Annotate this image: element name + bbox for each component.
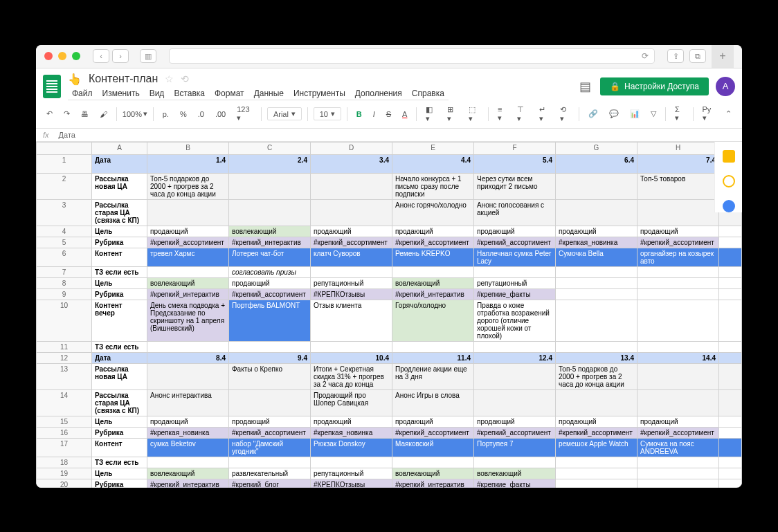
maximize-icon[interactable] [72, 52, 80, 60]
col-header[interactable]: H [637, 142, 719, 154]
undo-button[interactable]: ↶ [43, 107, 56, 120]
traffic-lights [44, 52, 80, 60]
col-header[interactable]: A [92, 142, 147, 154]
star-icon[interactable]: ☆ [165, 73, 174, 84]
tabs-icon[interactable]: ⧉ [689, 49, 706, 63]
nav-buttons: ‹ › [93, 49, 129, 63]
menu-format[interactable]: Формат [210, 87, 248, 100]
titlebar: ‹ › ▥ ⟳ ⇪ ⧉ + [36, 45, 742, 68]
table-row: 2Рассылка новая ЦАТоп-5 подарков до 2000… [37, 173, 742, 199]
contacts-icon[interactable] [723, 200, 735, 212]
address-bar[interactable]: ⟳ [169, 48, 655, 64]
comment-button[interactable]: 💬 [606, 107, 622, 120]
table-row: 1Дата1.42.43.44.45.46.47.4на ло [37, 154, 742, 173]
chart-button[interactable]: 📊 [626, 107, 643, 120]
menu-insert[interactable]: Вставка [170, 87, 209, 100]
table-row: 17Контентсумка Beketovнабор "Дамский уго… [37, 438, 742, 457]
filter-button[interactable]: ▽ [647, 107, 660, 120]
percent-button[interactable]: % [177, 108, 190, 120]
folder-icon[interactable]: ⟲ [181, 73, 189, 84]
emoji-icon: 👆 [68, 73, 82, 86]
new-tab-button[interactable]: + [712, 45, 734, 68]
col-header[interactable]: B [147, 142, 229, 154]
menu-addons[interactable]: Дополнения [351, 87, 406, 100]
col-header[interactable]: D [311, 142, 392, 154]
font-size[interactable]: 10 ▾ [314, 107, 341, 120]
col-header[interactable]: F [474, 142, 556, 154]
expand-button[interactable]: ⌃ [722, 107, 735, 120]
table-row: 12Дата8.49.410.411.412.413.414.4 [37, 352, 742, 363]
currency-button[interactable]: р. [159, 108, 172, 120]
col-header[interactable]: C [229, 142, 311, 154]
doc-header: 👆 Контент-план ☆ ⟲ Файл Изменить Вид Вст… [36, 68, 742, 100]
table-row: 5Рубрика#крепкий_ассортимент#крепкий_инт… [37, 237, 742, 248]
wrap-button[interactable]: ↵ ▾ [536, 103, 552, 125]
menu-view[interactable]: Вид [145, 87, 169, 100]
zoom-select[interactable]: 100% ▾ [123, 109, 147, 118]
table-row: 7ТЗ если естьсогласовать призы [37, 266, 742, 277]
dec-increase[interactable]: .00 [212, 108, 229, 120]
strike-button[interactable]: S [383, 108, 395, 120]
avatar[interactable]: A [716, 77, 735, 96]
number-format[interactable]: 123 ▾ [233, 103, 255, 125]
rotate-button[interactable]: ⟲ ▾ [557, 103, 573, 125]
table-row: 13Рассылка новая ЦАФакты о КрепкоИтоги +… [37, 363, 742, 389]
input-lang[interactable]: Ру ▾ [699, 103, 718, 125]
fill-color-button[interactable]: ◧ ▾ [422, 103, 440, 125]
back-button[interactable]: ‹ [93, 49, 109, 63]
dec-decrease[interactable]: .0 [194, 108, 208, 120]
sidebar-toggle[interactable]: ▥ [140, 49, 156, 63]
bold-button[interactable]: B [353, 108, 365, 120]
share-button[interactable]: 🔒Настройки Доступа [600, 77, 709, 95]
doc-title[interactable]: Контент-план [89, 73, 158, 85]
table-row: 19Цельвовлекающийразвлекательныйрепутаци… [37, 468, 742, 479]
side-panel [714, 142, 742, 212]
corner-cell[interactable] [37, 142, 92, 154]
table-row: 8Цельвовлекающийпродающийрепутационныйво… [37, 277, 742, 288]
print-button[interactable]: 🖶 [78, 108, 92, 120]
table-row: 20Рубрика#крепкий_интерактив#крепкий_бло… [37, 479, 742, 488]
menu-tools[interactable]: Инструменты [289, 87, 350, 100]
minimize-icon[interactable] [58, 52, 66, 60]
table-row: 11ТЗ если есть [37, 341, 742, 352]
menu-edit[interactable]: Изменить [98, 87, 144, 100]
col-header[interactable]: E [392, 142, 474, 154]
italic-button[interactable]: I [370, 108, 379, 120]
redo-button[interactable]: ↷ [60, 107, 73, 120]
spreadsheet-grid[interactable]: ABCDEFGH 1Дата1.42.43.44.45.46.47.4на ло… [36, 142, 742, 488]
forward-button[interactable]: › [112, 49, 129, 63]
formula-bar: fx Дата [36, 129, 742, 142]
browser-window: ‹ › ▥ ⟳ ⇪ ⧉ + 👆 Контент-план ☆ ⟲ Файл Из… [36, 45, 742, 488]
share-icon[interactable]: ⇪ [667, 49, 684, 63]
menu-data[interactable]: Данные [250, 87, 288, 100]
grid-area[interactable]: ABCDEFGH 1Дата1.42.43.44.45.46.47.4на ло… [36, 142, 742, 488]
sheets-icon[interactable] [43, 75, 61, 98]
valign-button[interactable]: ⊤ ▾ [514, 103, 531, 125]
tasks-icon[interactable] [723, 175, 735, 187]
table-row: 10Контент вечерДень смеха подводка + Пре… [37, 300, 742, 341]
fx-value[interactable]: Дата [59, 131, 75, 139]
table-row: 14Рассылка старая ЦА (связка с КП)Анонс … [37, 389, 742, 416]
col-header[interactable]: G [556, 142, 637, 154]
reload-icon[interactable]: ⟳ [642, 51, 649, 61]
font-select[interactable]: Arial ▾ [267, 107, 302, 120]
merge-button[interactable]: ⬚ ▾ [465, 103, 482, 125]
fx-icon: fx [43, 131, 49, 139]
menu-file[interactable]: Файл [68, 87, 97, 100]
text-color-button[interactable]: A [399, 108, 410, 120]
borders-button[interactable]: ⊞ ▾ [444, 103, 460, 125]
close-icon[interactable] [44, 52, 53, 60]
halign-button[interactable]: ≡ ▾ [494, 103, 509, 125]
keep-icon[interactable] [723, 150, 735, 163]
functions-button[interactable]: Σ ▾ [671, 103, 687, 125]
table-row: 3Рассылка старая ЦА (связка с КП)Анонс г… [37, 199, 742, 226]
comments-icon[interactable]: ▤ [577, 78, 593, 95]
table-row: 9Рубрика#крепкий_интерактив#крепкий_ассо… [37, 288, 742, 300]
table-row: 18ТЗ если есть [37, 457, 742, 468]
menu-help[interactable]: Справка [408, 87, 449, 100]
column-headers: ABCDEFGH [37, 142, 742, 154]
table-row: 6Контенттревел ХармсЛотерея чат-ботклатч… [37, 248, 742, 266]
menu-bar: Файл Изменить Вид Вставка Формат Данные … [68, 86, 449, 100]
paint-format-button[interactable]: 🖌 [96, 108, 111, 120]
link-button[interactable]: 🔗 [585, 107, 601, 120]
